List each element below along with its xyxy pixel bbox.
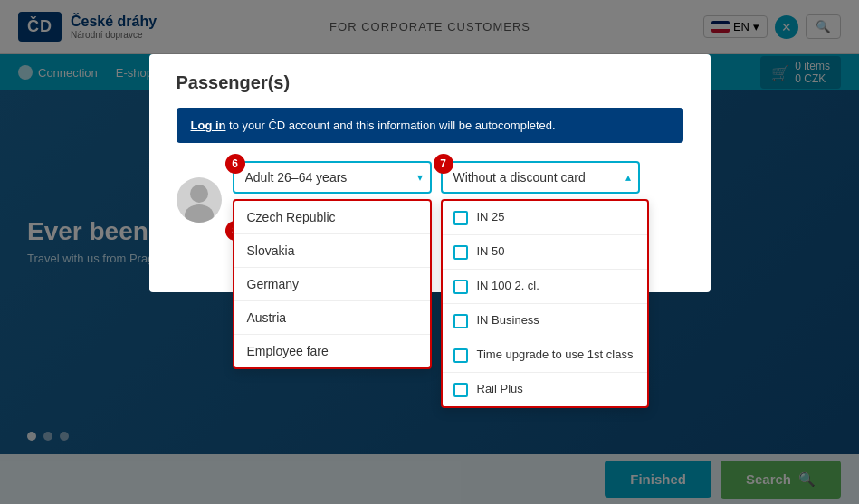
discount-item-railplus[interactable]: Rail Plus (443, 373, 647, 406)
discount-select-wrapper: 7 Without a discount card IN 25 IN 50 ▴ … (441, 161, 640, 194)
step-7-badge: 7 (434, 154, 453, 174)
discount-item-in50[interactable]: IN 50 (443, 235, 647, 270)
passenger-row: 6 Adult 26–64 years Child 6–15 years You… (177, 161, 683, 260)
in50-label: IN 50 (477, 244, 505, 258)
passenger-modal: Passenger(s) Log in to your ČD account a… (149, 54, 711, 292)
discount-select[interactable]: Without a discount card IN 25 IN 50 (441, 161, 640, 194)
login-banner: Log in to your ČD account and this infor… (177, 108, 683, 143)
discount-item-inbusiness[interactable]: IN Business (443, 304, 647, 338)
step-6-badge: 6 (225, 154, 245, 174)
svg-point-0 (190, 185, 208, 203)
timeupgrade-checkbox[interactable] (453, 348, 468, 363)
in50-checkbox[interactable] (453, 245, 468, 260)
country-dropdown: Czech Republic Slovakia Germany Austria … (233, 199, 432, 369)
svg-point-1 (185, 204, 214, 223)
in25-checkbox[interactable] (453, 211, 468, 225)
inbusiness-checkbox[interactable] (453, 314, 468, 328)
login-banner-text: to your ČD account and this information … (226, 119, 556, 132)
discount-item-in25[interactable]: IN 25 (443, 201, 647, 235)
railplus-label: Rail Plus (477, 382, 523, 395)
discount-item-in100[interactable]: IN 100 2. cl. (443, 270, 647, 304)
modal-title: Passenger(s) (177, 72, 683, 93)
in100-checkbox[interactable] (453, 280, 468, 294)
discount-item-timeupgrade[interactable]: Time upgrade to use 1st class (443, 338, 647, 373)
in25-label: IN 25 (477, 210, 505, 223)
country-item-employee[interactable]: Employee fare (234, 335, 430, 367)
select-row: 6 Adult 26–64 years Child 6–15 years You… (233, 161, 640, 194)
country-item-germany[interactable]: Germany (234, 268, 430, 301)
discount-dropdown: IN 25 IN 50 IN 100 2. cl. IN Busine (441, 199, 649, 408)
age-select-wrapper: 6 Adult 26–64 years Child 6–15 years You… (233, 161, 432, 194)
inbusiness-label: IN Business (477, 313, 539, 327)
avatar (177, 177, 222, 223)
railplus-checkbox[interactable] (453, 383, 468, 397)
timeupgrade-label: Time upgrade to use 1st class (477, 347, 634, 361)
country-item-czech[interactable]: Czech Republic (234, 201, 430, 234)
country-item-slovakia[interactable]: Slovakia (234, 234, 430, 268)
age-select[interactable]: Adult 26–64 years Child 6–15 years Youth… (233, 161, 432, 194)
country-item-austria[interactable]: Austria (234, 301, 430, 335)
in100-label: IN 100 2. cl. (477, 279, 539, 292)
login-link[interactable]: Log in (191, 119, 226, 132)
passenger-controls: 6 Adult 26–64 years Child 6–15 years You… (233, 161, 640, 260)
